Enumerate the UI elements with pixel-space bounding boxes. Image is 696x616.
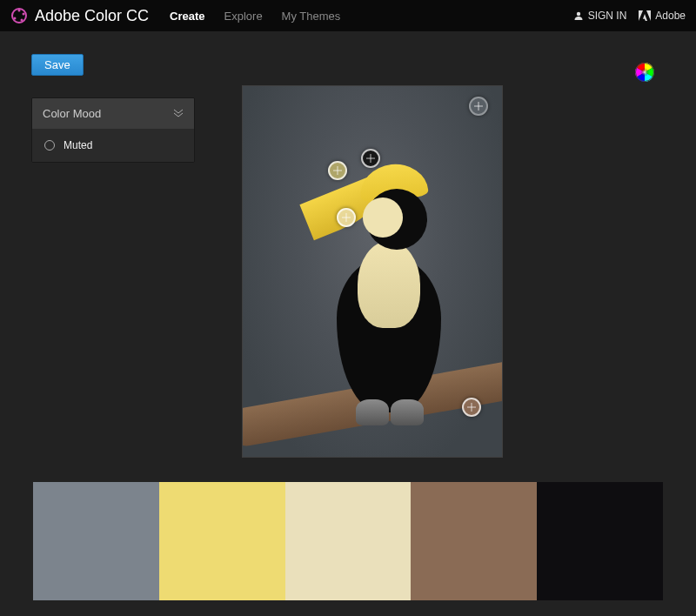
swatch[interactable] bbox=[411, 482, 537, 600]
nav-tab-my-themes[interactable]: My Themes bbox=[282, 10, 341, 23]
color-sample-point[interactable] bbox=[337, 208, 356, 227]
nav-tabs: Create Explore My Themes bbox=[170, 10, 340, 23]
panel-title: Color Mood bbox=[43, 107, 101, 120]
svg-point-5 bbox=[576, 12, 579, 16]
mood-option-muted[interactable]: Muted bbox=[32, 129, 194, 162]
color-wheel-button[interactable] bbox=[635, 63, 654, 82]
swatch[interactable] bbox=[159, 482, 285, 600]
main-area: Save Color Mood bbox=[0, 31, 696, 616]
adobe-link[interactable]: Adobe bbox=[639, 10, 686, 22]
app-header: Adobe Color CC Create Explore My Themes … bbox=[0, 0, 696, 31]
radio-icon bbox=[44, 140, 55, 151]
nav-tab-explore[interactable]: Explore bbox=[224, 10, 263, 23]
sign-in-link[interactable]: SIGN IN bbox=[573, 10, 627, 22]
svg-point-2 bbox=[23, 13, 25, 16]
swatch[interactable] bbox=[537, 482, 663, 600]
adobe-icon bbox=[639, 10, 651, 21]
user-icon bbox=[573, 10, 584, 21]
color-wheel-icon bbox=[635, 63, 654, 82]
color-sample-point[interactable] bbox=[469, 97, 488, 116]
app-logo-icon bbox=[10, 7, 28, 24]
save-button[interactable]: Save bbox=[31, 54, 84, 76]
chevron-down-icon bbox=[173, 109, 184, 119]
palette-swatches bbox=[33, 482, 663, 600]
swatch[interactable] bbox=[33, 482, 159, 600]
app-title: Adobe Color CC bbox=[35, 7, 149, 25]
adobe-label: Adobe bbox=[655, 10, 686, 22]
color-mood-header[interactable]: Color Mood bbox=[32, 98, 194, 129]
swatch[interactable] bbox=[285, 482, 412, 600]
color-mood-panel: Color Mood Muted bbox=[31, 97, 195, 163]
color-sample-point[interactable] bbox=[462, 398, 481, 417]
nav-tab-create[interactable]: Create bbox=[170, 10, 204, 23]
svg-point-1 bbox=[18, 10, 21, 12]
image-canvas[interactable] bbox=[242, 85, 503, 458]
sign-in-label: SIGN IN bbox=[588, 10, 627, 22]
svg-point-3 bbox=[21, 19, 23, 22]
svg-point-4 bbox=[14, 17, 17, 20]
header-right: SIGN IN Adobe bbox=[573, 10, 686, 22]
color-sample-point[interactable] bbox=[361, 149, 380, 168]
mood-option-label: Muted bbox=[64, 139, 92, 151]
illustration-bird bbox=[295, 138, 452, 425]
svg-point-6 bbox=[640, 68, 649, 77]
color-sample-point[interactable] bbox=[328, 161, 347, 180]
